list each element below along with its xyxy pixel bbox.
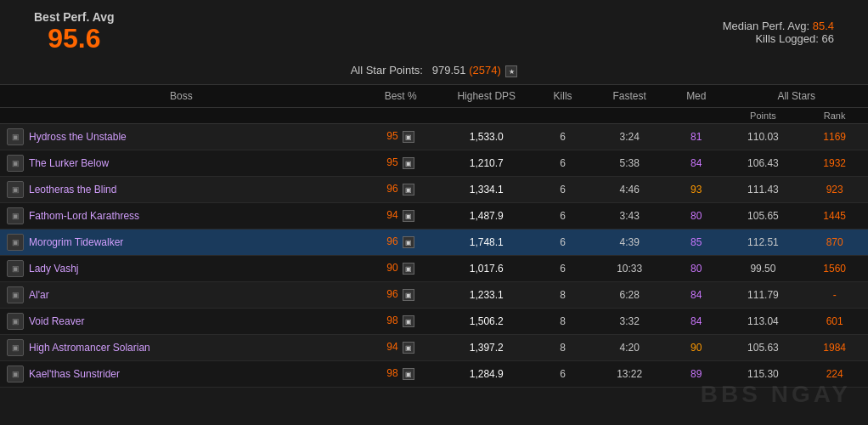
boss-name: Morogrim Tidewalker	[29, 236, 123, 248]
fastest: 4:39	[591, 229, 668, 255]
sub-points: Points	[724, 107, 801, 123]
allstar-label: All Star Points:	[351, 64, 423, 76]
median-value: 85.4	[813, 20, 834, 32]
kills: 6	[534, 360, 591, 387]
table-row: ▣ The Lurker Below 95 ▣ 1,210.7 6 5:38 8…	[0, 150, 868, 176]
highest-dps: 1,748.1	[439, 229, 534, 255]
rank: 601	[801, 308, 868, 334]
boss-name: Hydross the Unstable	[29, 131, 127, 143]
sub-kills	[534, 107, 591, 123]
boss-icon: ▣	[7, 286, 24, 303]
allstar-paren: (2574)	[469, 64, 501, 76]
boss-icon: ▣	[7, 366, 24, 382]
col-header-boss: Boss	[0, 85, 363, 108]
highest-dps: 1,487.9	[439, 202, 534, 229]
points: 99.50	[724, 255, 801, 281]
fastest: 4:46	[591, 176, 668, 202]
best-pct: 98 ▣	[363, 308, 439, 334]
best-pct: 96 ▣	[363, 281, 439, 308]
fastest: 3:43	[591, 202, 668, 229]
boss-cell: ▣ Lady Vashj	[0, 255, 363, 281]
med: 89	[668, 360, 724, 387]
col-header-dps: Highest DPS	[439, 85, 534, 108]
best-perf-container: Best Perf. Avg 95.6	[34, 10, 115, 54]
perf-icon[interactable]: ▣	[403, 131, 414, 143]
boss-name: High Astromancer Solarian	[29, 342, 150, 354]
med: 84	[668, 308, 724, 334]
boss-icon: ▣	[7, 155, 24, 172]
header-section: Best Perf. Avg 95.6 Median Perf. Avg: 85…	[0, 0, 868, 60]
table-row: ▣ Lady Vashj 90 ▣ 1,017.6 6 10:33 80 99.…	[0, 255, 868, 281]
boss-icon: ▣	[7, 181, 24, 198]
med: 80	[668, 255, 724, 281]
points: 112.51	[724, 229, 801, 255]
kills-value: 66	[822, 32, 834, 45]
perf-icon[interactable]: ▣	[403, 289, 414, 301]
points: 111.79	[724, 281, 801, 308]
med: 84	[668, 281, 724, 308]
perf-icon[interactable]: ▣	[403, 315, 414, 327]
best-pct: 95 ▣	[363, 123, 439, 150]
perf-icon[interactable]: ▣	[403, 342, 414, 354]
boss-cell: ▣ Leotheras the Blind	[0, 176, 363, 202]
best-pct: 90 ▣	[363, 255, 439, 281]
median-section: Median Perf. Avg: 85.4 Kills Logged: 66	[723, 20, 834, 45]
table-row: ▣ Hydross the Unstable 95 ▣ 1,533.0 6 3:…	[0, 123, 868, 150]
boss-icon: ▣	[7, 234, 24, 251]
kills: 8	[534, 281, 591, 308]
fastest: 10:33	[591, 255, 668, 281]
perf-icon[interactable]: ▣	[403, 236, 414, 248]
perf-icon[interactable]: ▣	[403, 368, 414, 380]
allstar-value: 979.51	[432, 64, 466, 76]
best-pct: 96 ▣	[363, 229, 439, 255]
kills: 8	[534, 308, 591, 334]
perf-icon[interactable]: ▣	[403, 184, 414, 196]
med: 84	[668, 150, 724, 176]
best-perf-value: 95.6	[34, 24, 115, 54]
highest-dps: 1,506.2	[439, 308, 534, 334]
allstar-points-row: All Star Points: 979.51 (2574) ★	[0, 60, 868, 85]
points: 105.63	[724, 334, 801, 360]
highest-dps: 1,017.6	[439, 255, 534, 281]
perf-icon[interactable]: ▣	[403, 157, 414, 169]
boss-icon: ▣	[7, 339, 24, 356]
rank: 1169	[801, 123, 868, 150]
boss-cell: ▣ Hydross the Unstable	[0, 123, 363, 150]
perf-icon[interactable]: ▣	[403, 263, 414, 275]
rank: 870	[801, 229, 868, 255]
boss-name: Leotheras the Blind	[29, 184, 116, 196]
best-perf-label: Best Perf. Avg	[34, 10, 115, 24]
med: 90	[668, 334, 724, 360]
boss-cell: ▣ Morogrim Tidewalker	[0, 229, 363, 255]
performance-table: Boss Best % Highest DPS Kills Fastest Me…	[0, 85, 868, 388]
boss-name: Fathom-Lord Karathress	[29, 210, 139, 222]
boss-name: Void Reaver	[29, 315, 84, 327]
sub-med	[668, 107, 724, 123]
sub-boss	[0, 107, 363, 123]
boss-cell: ▣ The Lurker Below	[0, 150, 363, 176]
rank: 224	[801, 360, 868, 387]
table-row: ▣ High Astromancer Solarian 94 ▣ 1,397.2…	[0, 334, 868, 360]
boss-name: The Lurker Below	[29, 157, 109, 169]
boss-cell: ▣ Kael'thas Sunstrider	[0, 360, 363, 387]
fastest: 6:28	[591, 281, 668, 308]
kills: 6	[534, 229, 591, 255]
boss-name: Al'ar	[29, 289, 49, 301]
points: 111.43	[724, 176, 801, 202]
table-row: ▣ Leotheras the Blind 96 ▣ 1,334.1 6 4:4…	[0, 176, 868, 202]
fastest: 3:24	[591, 123, 668, 150]
points: 106.43	[724, 150, 801, 176]
points: 113.04	[724, 308, 801, 334]
rank: 1445	[801, 202, 868, 229]
highest-dps: 1,397.2	[439, 334, 534, 360]
rank: 1932	[801, 150, 868, 176]
sub-rank: Rank	[801, 107, 868, 123]
perf-icon[interactable]: ▣	[403, 210, 414, 222]
best-pct: 98 ▣	[363, 360, 439, 387]
col-header-best: Best %	[363, 85, 439, 108]
points: 105.65	[724, 202, 801, 229]
boss-icon: ▣	[7, 260, 24, 277]
boss-cell: ▣ Fathom-Lord Karathress	[0, 202, 363, 229]
highest-dps: 1,284.9	[439, 360, 534, 387]
allstar-icon[interactable]: ★	[505, 65, 517, 77]
